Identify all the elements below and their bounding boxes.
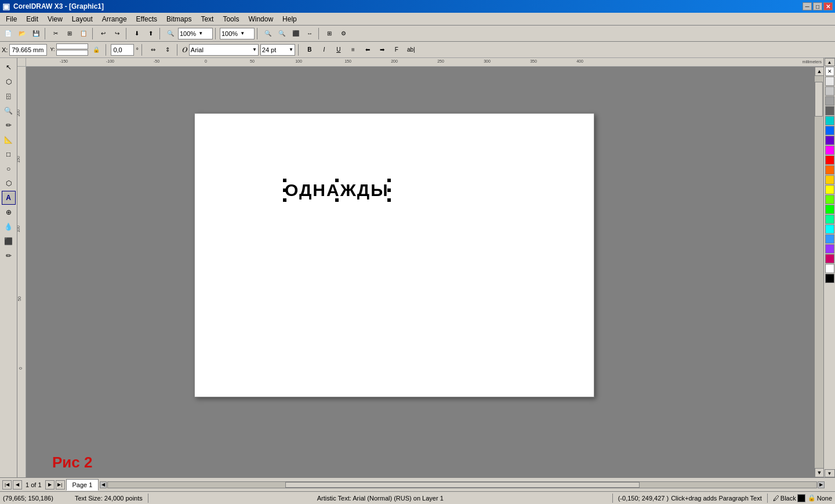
shape-tool[interactable]: ⬡ bbox=[2, 75, 16, 89]
menu-effects[interactable]: Effects bbox=[132, 14, 162, 24]
page-tab-1[interactable]: Page 1 bbox=[66, 479, 99, 491]
open-button[interactable]: 📂 bbox=[16, 27, 28, 40]
view-quality-dropdown[interactable]: 100% ▼ bbox=[220, 28, 255, 39]
underline-button[interactable]: U bbox=[332, 43, 345, 56]
italic-button[interactable]: I bbox=[318, 43, 331, 56]
snap-button[interactable]: ⊞ bbox=[323, 27, 336, 40]
align-left-button[interactable]: ⬅ bbox=[361, 43, 374, 56]
angle-input[interactable] bbox=[111, 44, 134, 56]
menu-layout[interactable]: Layout bbox=[67, 14, 97, 24]
color-swatch[interactable] bbox=[825, 165, 834, 175]
zoom-tool[interactable]: 🔍 bbox=[2, 104, 16, 118]
paste-button[interactable]: 📋 bbox=[77, 27, 90, 40]
font-size-dropdown[interactable]: 24 pt ▼ bbox=[260, 44, 295, 56]
height-input[interactable] bbox=[56, 50, 88, 56]
mirror-h-button[interactable]: ⇔ bbox=[147, 43, 159, 56]
zoom-out2-button[interactable]: 🔍 bbox=[275, 27, 288, 40]
zoom-width-button[interactable]: ↔ bbox=[303, 27, 316, 40]
palette-scroll-up[interactable]: ▲ bbox=[825, 58, 835, 66]
no-color-swatch[interactable]: ✕ bbox=[825, 67, 834, 76]
width-input[interactable] bbox=[56, 43, 88, 49]
redo-button[interactable]: ↪ bbox=[111, 27, 124, 40]
color-swatch[interactable] bbox=[825, 136, 834, 145]
x-input[interactable] bbox=[9, 44, 47, 56]
color-swatch[interactable] bbox=[825, 77, 834, 86]
menu-window[interactable]: Window bbox=[244, 14, 278, 24]
text-object[interactable]: ОДНАЖДЫ bbox=[285, 180, 389, 200]
color-swatch[interactable] bbox=[825, 195, 834, 204]
menu-edit[interactable]: Edit bbox=[21, 14, 43, 24]
prev-page-button[interactable]: ◀ bbox=[13, 480, 22, 490]
font-dropdown[interactable]: Arial ▼ bbox=[189, 44, 259, 56]
zoom-in2-button[interactable]: 🔍 bbox=[262, 27, 274, 40]
canvas-text[interactable]: ОДНАЖДЫ bbox=[285, 180, 389, 200]
minimize-button[interactable]: ─ bbox=[803, 2, 812, 10]
lock-ratio-button[interactable]: 🔒 bbox=[90, 43, 103, 56]
export-button[interactable]: ⬆ bbox=[144, 27, 157, 40]
color-swatch-black[interactable] bbox=[825, 274, 834, 283]
menu-bitmaps[interactable]: Bitmaps bbox=[162, 14, 196, 24]
interactive-tool[interactable]: ⊕ bbox=[2, 205, 16, 219]
freehand-tool[interactable]: ✏ bbox=[2, 118, 16, 132]
outline-tool[interactable]: ✏ bbox=[2, 249, 16, 263]
align-button[interactable]: ≡ bbox=[347, 43, 360, 56]
canvas-inner[interactable]: ОДНАЖДЫ Рис 2 bbox=[26, 67, 823, 477]
zoom-page-button[interactable]: ⬛ bbox=[289, 27, 302, 40]
color-swatch[interactable] bbox=[825, 224, 834, 234]
crop-tool[interactable]: ⌹ bbox=[2, 89, 16, 103]
color-swatch[interactable] bbox=[825, 146, 834, 155]
smart-draw-tool[interactable]: 📐 bbox=[2, 133, 16, 147]
polygon-tool[interactable]: ⬡ bbox=[2, 176, 16, 190]
char-spacing-button[interactable]: F bbox=[390, 43, 403, 56]
color-swatch[interactable] bbox=[825, 244, 834, 253]
menu-help[interactable]: Help bbox=[278, 14, 302, 24]
scroll-down-button[interactable]: ▼ bbox=[815, 468, 823, 477]
hscroll-right-btn[interactable]: ▶ bbox=[818, 481, 825, 488]
color-swatch[interactable] bbox=[825, 106, 834, 115]
color-swatch[interactable] bbox=[825, 215, 834, 224]
color-swatch[interactable] bbox=[825, 185, 834, 194]
scroll-thumb-v[interactable] bbox=[815, 82, 823, 117]
options-button[interactable]: ⚙ bbox=[337, 27, 350, 40]
align-right-button[interactable]: ➡ bbox=[376, 43, 389, 56]
menu-view[interactable]: View bbox=[43, 14, 67, 24]
new-button[interactable]: 📄 bbox=[2, 27, 14, 40]
import-button[interactable]: ⬇ bbox=[130, 27, 143, 40]
color-swatch[interactable] bbox=[825, 155, 834, 165]
color-swatch[interactable] bbox=[825, 116, 834, 125]
bold-button[interactable]: B bbox=[303, 43, 316, 56]
menu-text[interactable]: Text bbox=[196, 14, 218, 24]
menu-tools[interactable]: Tools bbox=[218, 14, 244, 24]
text-tool[interactable]: A bbox=[2, 191, 16, 205]
mirror-v-button[interactable]: ⇕ bbox=[161, 43, 174, 56]
rect-tool[interactable]: □ bbox=[2, 147, 16, 161]
fill-tool[interactable]: ⬛ bbox=[2, 234, 16, 248]
selector-tool[interactable]: ↖ bbox=[2, 60, 16, 74]
save-button[interactable]: 💾 bbox=[30, 27, 42, 40]
first-page-button[interactable]: |◀ bbox=[2, 480, 12, 490]
color-swatch[interactable] bbox=[825, 234, 834, 244]
eyedropper-tool[interactable]: 💧 bbox=[2, 220, 16, 234]
color-swatch[interactable] bbox=[825, 126, 834, 135]
copy-button[interactable]: ⊞ bbox=[63, 27, 76, 40]
zoom-out-button[interactable]: 🔍 bbox=[164, 27, 177, 40]
color-swatch[interactable] bbox=[825, 96, 834, 106]
resize-grip[interactable] bbox=[826, 480, 835, 490]
ellipse-tool[interactable]: ○ bbox=[2, 162, 16, 176]
color-swatch[interactable] bbox=[825, 175, 834, 184]
cut-button[interactable]: ✂ bbox=[49, 27, 62, 40]
palette-scroll-down[interactable]: ▼ bbox=[825, 469, 835, 477]
zoom-dropdown[interactable]: 100% ▼ bbox=[178, 28, 213, 39]
color-swatch[interactable] bbox=[825, 205, 834, 214]
close-button[interactable]: ✕ bbox=[823, 2, 833, 10]
hscroll-thumb[interactable] bbox=[285, 482, 640, 488]
color-swatch[interactable] bbox=[825, 86, 834, 96]
color-swatch[interactable] bbox=[825, 254, 834, 263]
last-page-button[interactable]: ▶| bbox=[56, 480, 65, 490]
color-swatch-white[interactable] bbox=[825, 264, 834, 273]
menu-arrange[interactable]: Arrange bbox=[97, 14, 132, 24]
hscroll-left-btn[interactable]: ◀ bbox=[100, 481, 107, 488]
text-wrap-button[interactable]: ab| bbox=[405, 43, 418, 56]
scroll-up-button[interactable]: ▲ bbox=[815, 67, 823, 76]
next-page-button[interactable]: ▶ bbox=[45, 480, 55, 490]
